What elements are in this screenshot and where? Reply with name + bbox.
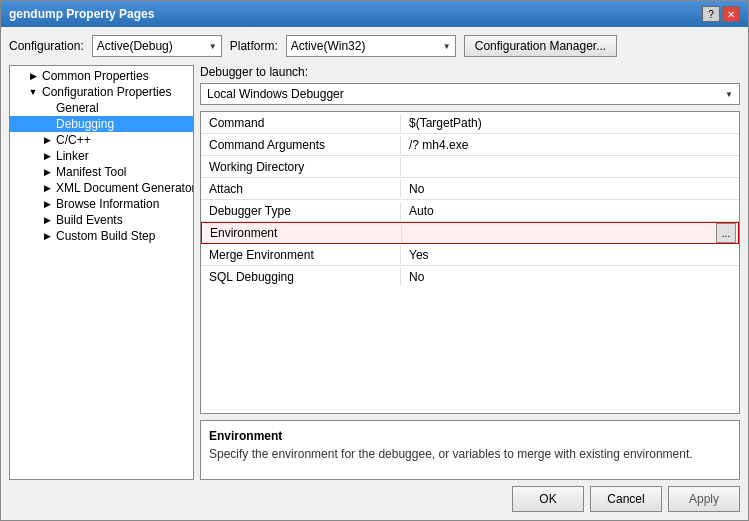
config-label: Configuration:	[9, 39, 84, 53]
dialog-content: Configuration: Active(Debug) ▼ Platform:…	[1, 27, 748, 520]
expand-icon-xml-doc-gen: ▶	[40, 181, 54, 195]
tree-item-label-browse-info: Browse Information	[56, 197, 159, 211]
config-value: Active(Debug)	[97, 39, 173, 53]
tree-item-label-manifest-tool: Manifest Tool	[56, 165, 126, 179]
prop-row-2[interactable]: Working Directory	[201, 156, 739, 178]
description-text: Specify the environment for the debuggee…	[209, 447, 731, 461]
expand-icon-cpp: ▶	[40, 133, 54, 147]
tree-item-build-events[interactable]: ▶Build Events	[10, 212, 193, 228]
close-button[interactable]: ✕	[722, 6, 740, 22]
debugger-combo[interactable]: Local Windows Debugger ▼	[200, 83, 740, 105]
cancel-button[interactable]: Cancel	[590, 486, 662, 512]
properties-grid: Command$(TargetPath)Command Arguments/? …	[200, 111, 740, 414]
tree-panel: ▶Common Properties▼Configuration Propert…	[9, 65, 194, 480]
prop-row-4[interactable]: Debugger TypeAuto	[201, 200, 739, 222]
tree-item-label-cpp: C/C++	[56, 133, 91, 147]
debugger-section: Debugger to launch: Local Windows Debugg…	[200, 65, 740, 105]
config-combo-arrow: ▼	[209, 42, 217, 51]
description-panel: Environment Specify the environment for …	[200, 420, 740, 480]
tree-item-config-props[interactable]: ▼Configuration Properties	[10, 84, 193, 100]
tree-item-label-build-events: Build Events	[56, 213, 123, 227]
dialog-title: gendump Property Pages	[9, 7, 154, 21]
tree-item-debugging[interactable]: Debugging	[10, 116, 193, 132]
platform-label: Platform:	[230, 39, 278, 53]
tree-item-linker[interactable]: ▶Linker	[10, 148, 193, 164]
tree-item-label-xml-doc-gen: XML Document Generator	[56, 181, 194, 195]
expand-icon-browse-info: ▶	[40, 197, 54, 211]
expand-icon-custom-build: ▶	[40, 229, 54, 243]
prop-browse-button-5[interactable]: ...	[716, 223, 736, 243]
prop-name-0: Command	[201, 114, 401, 132]
expand-icon-debugging	[40, 117, 54, 131]
expand-icon-build-events: ▶	[40, 213, 54, 227]
tree-item-manifest-tool[interactable]: ▶Manifest Tool	[10, 164, 193, 180]
tree-item-label-general: General	[56, 101, 99, 115]
tree-item-label-custom-build: Custom Build Step	[56, 229, 155, 243]
property-pages-dialog: gendump Property Pages ? ✕ Configuration…	[0, 0, 749, 521]
platform-combo-arrow: ▼	[443, 42, 451, 51]
prop-name-1: Command Arguments	[201, 136, 401, 154]
debugger-label: Debugger to launch:	[200, 65, 740, 79]
tree-item-label-common-props: Common Properties	[42, 69, 149, 83]
prop-value-6: Yes	[401, 246, 739, 264]
configuration-combo[interactable]: Active(Debug) ▼	[92, 35, 222, 57]
expand-icon-general	[40, 101, 54, 115]
tree-item-label-config-props: Configuration Properties	[42, 85, 171, 99]
debugger-combo-arrow: ▼	[725, 90, 733, 99]
bottom-buttons: OK Cancel Apply	[9, 480, 740, 512]
expand-icon-manifest-tool: ▶	[40, 165, 54, 179]
prop-value-0: $(TargetPath)	[401, 114, 739, 132]
help-button[interactable]: ?	[702, 6, 720, 22]
expand-icon-config-props: ▼	[26, 85, 40, 99]
tree-item-browse-info[interactable]: ▶Browse Information	[10, 196, 193, 212]
title-bar: gendump Property Pages ? ✕	[1, 1, 748, 27]
prop-value-1: /? mh4.exe	[401, 136, 739, 154]
tree-item-label-linker: Linker	[56, 149, 89, 163]
prop-row-3[interactable]: AttachNo	[201, 178, 739, 200]
description-title: Environment	[209, 429, 731, 443]
prop-value-4: Auto	[401, 202, 739, 220]
prop-name-6: Merge Environment	[201, 246, 401, 264]
tree-item-general[interactable]: General	[10, 100, 193, 116]
platform-value: Active(Win32)	[291, 39, 366, 53]
config-manager-button[interactable]: Configuration Manager...	[464, 35, 617, 57]
platform-combo[interactable]: Active(Win32) ▼	[286, 35, 456, 57]
prop-name-3: Attach	[201, 180, 401, 198]
apply-button[interactable]: Apply	[668, 486, 740, 512]
top-bar: Configuration: Active(Debug) ▼ Platform:…	[9, 35, 740, 57]
tree-item-xml-doc-gen[interactable]: ▶XML Document Generator	[10, 180, 193, 196]
tree-item-label-debugging: Debugging	[56, 117, 114, 131]
ok-button[interactable]: OK	[512, 486, 584, 512]
main-area: ▶Common Properties▼Configuration Propert…	[9, 65, 740, 480]
prop-value-5	[402, 231, 716, 235]
prop-name-2: Working Directory	[201, 158, 401, 176]
prop-name-7: SQL Debugging	[201, 268, 401, 286]
prop-value-2	[401, 165, 739, 169]
prop-value-3: No	[401, 180, 739, 198]
prop-row-0[interactable]: Command$(TargetPath)	[201, 112, 739, 134]
prop-row-7[interactable]: SQL DebuggingNo	[201, 266, 739, 288]
prop-row-5[interactable]: Environment...	[201, 222, 739, 244]
prop-row-1[interactable]: Command Arguments/? mh4.exe	[201, 134, 739, 156]
prop-row-6[interactable]: Merge EnvironmentYes	[201, 244, 739, 266]
tree-item-cpp[interactable]: ▶C/C++	[10, 132, 193, 148]
prop-name-5: Environment	[202, 224, 402, 242]
tree-item-common-props[interactable]: ▶Common Properties	[10, 68, 193, 84]
title-bar-buttons: ? ✕	[702, 6, 740, 22]
right-panel: Debugger to launch: Local Windows Debugg…	[200, 65, 740, 480]
debugger-value: Local Windows Debugger	[207, 87, 344, 101]
expand-icon-linker: ▶	[40, 149, 54, 163]
tree-item-custom-build[interactable]: ▶Custom Build Step	[10, 228, 193, 244]
prop-value-7: No	[401, 268, 739, 286]
expand-icon-common-props: ▶	[26, 69, 40, 83]
prop-name-4: Debugger Type	[201, 202, 401, 220]
